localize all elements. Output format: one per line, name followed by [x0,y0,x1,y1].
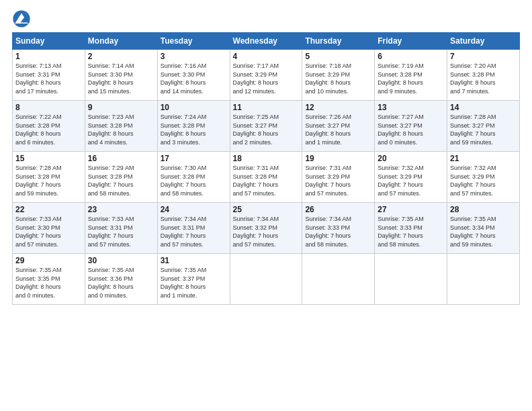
calendar-cell: 18Sunrise: 7:31 AM Sunset: 3:28 PM Dayli… [230,152,302,203]
calendar-cell: 2Sunrise: 7:14 AM Sunset: 3:30 PM Daylig… [85,50,157,101]
calendar-cell: 8Sunrise: 7:22 AM Sunset: 3:28 PM Daylig… [13,101,85,152]
col-header-wednesday: Wednesday [230,33,302,50]
day-info: Sunrise: 7:18 AM Sunset: 3:29 PM Dayligh… [305,62,371,95]
day-number: 24 [161,205,227,214]
calendar-cell: 1Sunrise: 7:13 AM Sunset: 3:31 PM Daylig… [13,50,85,101]
day-number: 31 [161,256,227,265]
calendar-cell [375,254,447,305]
day-number: 6 [378,52,444,61]
day-number: 15 [15,154,82,163]
day-info: Sunrise: 7:35 AM Sunset: 3:37 PM Dayligh… [161,266,227,300]
day-number: 30 [88,256,154,265]
logo [12,9,34,28]
day-number: 26 [305,205,371,214]
day-info: Sunrise: 7:35 AM Sunset: 3:34 PM Dayligh… [450,215,517,248]
day-info: Sunrise: 7:28 AM Sunset: 3:28 PM Dayligh… [15,164,82,197]
calendar-cell: 11Sunrise: 7:25 AM Sunset: 3:27 PM Dayli… [230,101,302,152]
calendar-cell: 30Sunrise: 7:35 AM Sunset: 3:36 PM Dayli… [85,254,157,305]
day-info: Sunrise: 7:31 AM Sunset: 3:28 PM Dayligh… [233,164,300,197]
week-row-1: 1Sunrise: 7:13 AM Sunset: 3:31 PM Daylig… [13,50,520,101]
col-header-friday: Friday [375,33,447,50]
day-info: Sunrise: 7:32 AM Sunset: 3:29 PM Dayligh… [378,164,444,197]
col-header-saturday: Saturday [447,33,520,50]
calendar-cell: 17Sunrise: 7:30 AM Sunset: 3:28 PM Dayli… [157,152,230,203]
day-number: 7 [450,52,517,61]
day-number: 13 [378,103,444,112]
day-number: 21 [450,154,517,163]
day-number: 18 [233,154,300,163]
calendar-cell: 31Sunrise: 7:35 AM Sunset: 3:37 PM Dayli… [157,254,230,305]
calendar-cell [230,254,302,305]
day-info: Sunrise: 7:26 AM Sunset: 3:27 PM Dayligh… [305,113,371,146]
day-info: Sunrise: 7:28 AM Sunset: 3:27 PM Dayligh… [450,113,517,146]
header [12,7,520,28]
calendar-cell: 28Sunrise: 7:35 AM Sunset: 3:34 PM Dayli… [447,203,520,254]
day-number: 28 [450,205,517,214]
day-info: Sunrise: 7:25 AM Sunset: 3:27 PM Dayligh… [233,113,300,146]
day-info: Sunrise: 7:31 AM Sunset: 3:29 PM Dayligh… [305,164,371,197]
day-info: Sunrise: 7:34 AM Sunset: 3:32 PM Dayligh… [233,215,300,248]
calendar-cell: 24Sunrise: 7:34 AM Sunset: 3:31 PM Dayli… [157,203,230,254]
day-number: 12 [305,103,371,112]
day-info: Sunrise: 7:22 AM Sunset: 3:28 PM Dayligh… [15,113,82,146]
day-number: 1 [15,52,82,61]
calendar-cell: 25Sunrise: 7:34 AM Sunset: 3:32 PM Dayli… [230,203,302,254]
day-number: 2 [88,52,154,61]
calendar-cell: 19Sunrise: 7:31 AM Sunset: 3:29 PM Dayli… [302,152,375,203]
day-number: 25 [233,205,300,214]
day-number: 14 [450,103,517,112]
calendar-cell: 7Sunrise: 7:20 AM Sunset: 3:28 PM Daylig… [447,50,520,101]
day-number: 27 [378,205,444,214]
day-number: 10 [161,103,227,112]
day-info: Sunrise: 7:19 AM Sunset: 3:28 PM Dayligh… [378,62,444,95]
calendar-cell: 15Sunrise: 7:28 AM Sunset: 3:28 PM Dayli… [13,152,85,203]
day-info: Sunrise: 7:20 AM Sunset: 3:28 PM Dayligh… [450,62,517,95]
calendar-cell: 12Sunrise: 7:26 AM Sunset: 3:27 PM Dayli… [302,101,375,152]
day-info: Sunrise: 7:32 AM Sunset: 3:29 PM Dayligh… [450,164,517,197]
calendar-cell [447,254,520,305]
day-number: 11 [233,103,300,112]
calendar-cell: 21Sunrise: 7:32 AM Sunset: 3:29 PM Dayli… [447,152,520,203]
day-info: Sunrise: 7:27 AM Sunset: 3:27 PM Dayligh… [378,113,444,146]
col-header-monday: Monday [85,33,157,50]
day-number: 23 [88,205,154,214]
calendar-cell: 10Sunrise: 7:24 AM Sunset: 3:28 PM Dayli… [157,101,230,152]
calendar-table: SundayMondayTuesdayWednesdayThursdayFrid… [12,32,520,305]
day-info: Sunrise: 7:16 AM Sunset: 3:30 PM Dayligh… [161,62,227,95]
day-info: Sunrise: 7:35 AM Sunset: 3:35 PM Dayligh… [15,266,82,300]
week-row-3: 15Sunrise: 7:28 AM Sunset: 3:28 PM Dayli… [13,152,520,203]
day-number: 4 [233,52,300,61]
logo-icon [12,9,31,28]
day-info: Sunrise: 7:30 AM Sunset: 3:28 PM Dayligh… [161,164,227,197]
calendar-cell: 13Sunrise: 7:27 AM Sunset: 3:27 PM Dayli… [375,101,447,152]
calendar-cell: 23Sunrise: 7:33 AM Sunset: 3:31 PM Dayli… [85,203,157,254]
calendar-cell: 26Sunrise: 7:34 AM Sunset: 3:33 PM Dayli… [302,203,375,254]
day-info: Sunrise: 7:14 AM Sunset: 3:30 PM Dayligh… [88,62,154,95]
day-number: 17 [161,154,227,163]
day-number: 29 [15,256,82,265]
calendar-header-row: SundayMondayTuesdayWednesdayThursdayFrid… [13,33,520,50]
calendar-cell: 16Sunrise: 7:29 AM Sunset: 3:28 PM Dayli… [85,152,157,203]
day-info: Sunrise: 7:34 AM Sunset: 3:31 PM Dayligh… [161,215,227,248]
calendar-cell: 4Sunrise: 7:17 AM Sunset: 3:29 PM Daylig… [230,50,302,101]
day-info: Sunrise: 7:33 AM Sunset: 3:30 PM Dayligh… [15,215,82,248]
day-number: 3 [161,52,227,61]
day-info: Sunrise: 7:17 AM Sunset: 3:29 PM Dayligh… [233,62,300,95]
week-row-2: 8Sunrise: 7:22 AM Sunset: 3:28 PM Daylig… [13,101,520,152]
week-row-4: 22Sunrise: 7:33 AM Sunset: 3:30 PM Dayli… [13,203,520,254]
day-number: 16 [88,154,154,163]
day-number: 22 [15,205,82,214]
day-info: Sunrise: 7:24 AM Sunset: 3:28 PM Dayligh… [161,113,227,146]
day-number: 19 [305,154,371,163]
calendar-cell: 5Sunrise: 7:18 AM Sunset: 3:29 PM Daylig… [302,50,375,101]
col-header-tuesday: Tuesday [157,33,230,50]
calendar-cell: 22Sunrise: 7:33 AM Sunset: 3:30 PM Dayli… [13,203,85,254]
day-info: Sunrise: 7:13 AM Sunset: 3:31 PM Dayligh… [15,62,82,95]
day-info: Sunrise: 7:35 AM Sunset: 3:36 PM Dayligh… [88,266,154,300]
day-number: 8 [15,103,82,112]
day-info: Sunrise: 7:35 AM Sunset: 3:33 PM Dayligh… [378,215,444,248]
calendar-cell: 9Sunrise: 7:23 AM Sunset: 3:28 PM Daylig… [85,101,157,152]
calendar-cell: 29Sunrise: 7:35 AM Sunset: 3:35 PM Dayli… [13,254,85,305]
day-info: Sunrise: 7:33 AM Sunset: 3:31 PM Dayligh… [88,215,154,248]
week-row-5: 29Sunrise: 7:35 AM Sunset: 3:35 PM Dayli… [13,254,520,305]
